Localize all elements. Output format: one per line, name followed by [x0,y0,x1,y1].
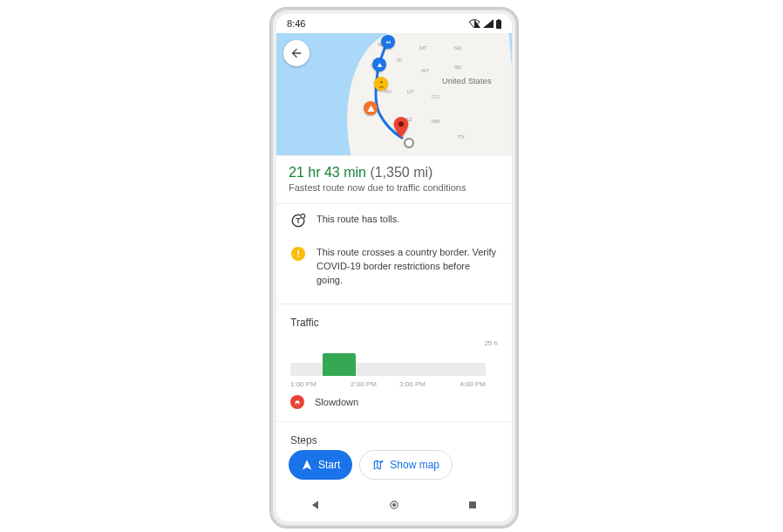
nav-back-button[interactable] [296,494,335,515]
traffic-bar[interactable] [323,348,355,376]
svg-point-2 [398,121,404,126]
arrow-back-icon [289,46,303,60]
traffic-bar[interactable] [388,348,420,376]
eta-duration: 21 hr 43 min [289,165,366,180]
eta-subtext: Fastest route now due to traffic conditi… [289,182,500,193]
svg-rect-11 [469,501,476,508]
traffic-bar[interactable] [453,348,486,376]
wifi-icon [468,19,480,28]
phone-screen: 8:46 WA OR ID MT ND WY SD CA [276,14,512,522]
svg-point-10 [392,503,396,507]
traffic-tick: 2:00 PM [339,380,388,388]
traffic-bar[interactable] [420,348,453,376]
svg-point-8 [298,403,299,404]
traffic-section: 25 h 1:00 PM2:00 PM3:00 PM4:00 PM [276,329,512,392]
svg-point-7 [296,403,296,404]
svg-rect-1 [498,19,500,21]
tolls-icon: T [290,213,306,228]
traffic-title: Traffic [276,304,512,329]
battery-icon [496,19,501,29]
circle-home-icon [388,499,400,511]
traffic-chart[interactable]: 25 h 1:00 PM2:00 PM3:00 PM4:00 PM [290,336,498,388]
destination-dot [404,138,414,148]
back-button[interactable] [283,40,310,66]
phone-frame: 8:46 WA OR ID MT ND WY SD CA [269,7,519,529]
slowdown-icon [290,395,304,409]
android-nav-bar [276,488,512,522]
eta-row: 21 hr 43 min (1,350 mi) Fastest route no… [276,156,512,196]
border-text: This route crosses a country border. Ver… [317,246,498,288]
nav-recent-button[interactable] [453,494,492,515]
nav-home-button[interactable] [375,494,413,515]
start-button[interactable]: Start [289,450,352,480]
traffic-y-label: 25 h [484,339,498,347]
traffic-bar[interactable] [356,348,388,376]
traffic-tick: 3:00 PM [388,380,437,388]
cell-signal-icon [483,19,494,28]
map-icon [372,459,385,471]
traffic-bar[interactable] [290,348,323,376]
destination-pin [393,117,409,138]
map-preview[interactable]: WA OR ID MT ND WY SD CA NV UT CO AZ NM T… [276,33,512,155]
svg-rect-0 [496,20,501,29]
incident-pin [372,58,386,72]
svg-text:T: T [296,216,301,225]
start-label: Start [318,459,340,471]
traffic-tick: 4:00 PM [437,380,486,388]
status-time: 8:46 [287,18,305,29]
tolls-notice: T This route has tolls. [276,204,512,237]
warning-icon: ! [290,246,306,262]
triangle-back-icon [310,499,322,511]
square-recent-icon [467,500,478,510]
show-map-button[interactable]: Show map [359,450,453,480]
traffic-legend-label: Slowdown [315,397,358,407]
eta-distance: (1,350 mi) [370,165,432,180]
status-icons [468,19,501,29]
alert-pin [364,101,378,115]
traffic-legend: Slowdown [276,392,512,414]
navigation-icon [301,459,313,471]
show-map-label: Show map [390,459,439,471]
bottom-action-bar: Start Show map [276,441,512,488]
origin-pin [381,35,395,49]
tolls-text: This route has tolls. [317,213,399,227]
traffic-tick: 1:00 PM [290,380,339,388]
status-bar: 8:46 [276,14,512,33]
border-notice: ! This route crosses a country border. V… [276,237,512,297]
construction-pin [374,77,388,91]
